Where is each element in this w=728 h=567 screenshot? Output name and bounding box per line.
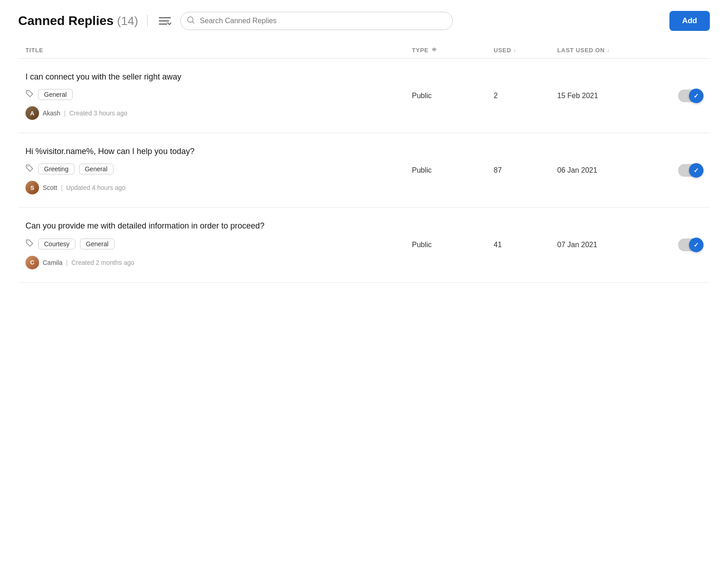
col-type: Public [412, 166, 494, 174]
reply-title: Can you provide me with detailed informa… [25, 220, 412, 232]
col-header-used[interactable]: USED ↕ [494, 47, 557, 54]
reply-meta-row: Greeting General [25, 164, 412, 174]
toggle-thumb: ✓ [689, 163, 703, 178]
tag-badge-0: General [38, 89, 73, 100]
col-date: 07 Jan 2021 [557, 241, 666, 249]
table-row: I can connect you with the seller right … [18, 59, 710, 133]
reply-meta-row: Courtesy General [25, 239, 412, 249]
author-info: S Scott | Updated 4 hours ago [25, 181, 412, 194]
avatar: C [25, 256, 39, 269]
author-time: Created 3 hours ago [69, 109, 128, 117]
search-input[interactable] [180, 12, 453, 30]
col-header-type[interactable]: TYPE [412, 46, 494, 54]
svg-point-8 [28, 166, 29, 167]
page-title: Canned Replies (14) [18, 14, 138, 28]
table-row: Can you provide me with detailed informa… [18, 208, 710, 282]
col-toggle: ✓ [666, 90, 703, 102]
col-toggle: ✓ [666, 239, 703, 251]
col-header-last-used[interactable]: LAST USED ON ↕ [557, 47, 666, 54]
toggle-switch[interactable]: ✓ [678, 239, 703, 251]
title-text: Canned Replies [18, 14, 114, 28]
reply-title-section: Can you provide me with detailed informa… [25, 220, 412, 269]
toggle-track: ✓ [678, 90, 703, 102]
tag-badge-1: General [79, 164, 114, 174]
page-header: Canned Replies (14) Add [18, 11, 710, 31]
col-used: 41 [494, 241, 557, 249]
author-info: A Akash | Created 3 hours ago [25, 106, 412, 120]
search-icon [187, 16, 195, 26]
svg-line-4 [193, 22, 194, 24]
toggle-switch[interactable]: ✓ [678, 164, 703, 177]
author-time: Created 2 months ago [71, 259, 134, 266]
tag-icon [25, 239, 34, 249]
reply-title: Hi %visitor.name%, How can I help you to… [25, 146, 412, 157]
tag-icon [25, 90, 34, 99]
table-row: Hi %visitor.name%, How can I help you to… [18, 133, 710, 208]
tag-badge-1: General [80, 239, 114, 249]
author-name: Camila [43, 259, 63, 266]
table-header: TITLE TYPE USED ↕ LAST USED ON ↕ [18, 42, 710, 59]
toggle-track: ✓ [678, 239, 703, 251]
reply-meta-row: General [25, 89, 412, 100]
col-header-title: TITLE [25, 47, 412, 54]
header-divider [147, 15, 148, 27]
col-date: 06 Jan 2021 [557, 166, 666, 174]
col-used: 87 [494, 166, 557, 174]
author-time: Updated 4 hours ago [66, 184, 126, 191]
avatar: A [25, 106, 39, 120]
reply-title-section: I can connect you with the seller right … [25, 71, 412, 120]
used-sort-icon: ↕ [514, 47, 516, 53]
avatar: S [25, 181, 39, 194]
col-type: Public [412, 241, 494, 249]
svg-point-7 [28, 92, 29, 93]
toggle-thumb: ✓ [689, 238, 703, 252]
last-used-sort-icon: ↕ [607, 47, 610, 53]
type-filter-icon [431, 46, 437, 54]
col-type: Public [412, 92, 494, 100]
tag-icon [25, 164, 34, 174]
filter-button[interactable] [157, 14, 173, 28]
col-date: 15 Feb 2021 [557, 92, 666, 100]
col-used: 2 [494, 92, 557, 100]
search-wrapper [180, 12, 453, 30]
toggle-track: ✓ [678, 164, 703, 177]
author-name: Akash [43, 109, 60, 117]
author-info: C Camila | Created 2 months ago [25, 256, 412, 269]
author-name: Scott [43, 184, 57, 191]
reply-title: I can connect you with the seller right … [25, 71, 412, 83]
count-badge: (14) [117, 14, 138, 28]
reply-title-section: Hi %visitor.name%, How can I help you to… [25, 146, 412, 194]
toggle-thumb: ✓ [689, 89, 703, 103]
svg-point-9 [28, 241, 29, 242]
toggle-switch[interactable]: ✓ [678, 90, 703, 102]
add-button[interactable]: Add [669, 11, 710, 31]
tag-badge-0: Courtesy [38, 239, 75, 249]
tag-badge-0: Greeting [38, 164, 74, 174]
col-toggle: ✓ [666, 164, 703, 177]
